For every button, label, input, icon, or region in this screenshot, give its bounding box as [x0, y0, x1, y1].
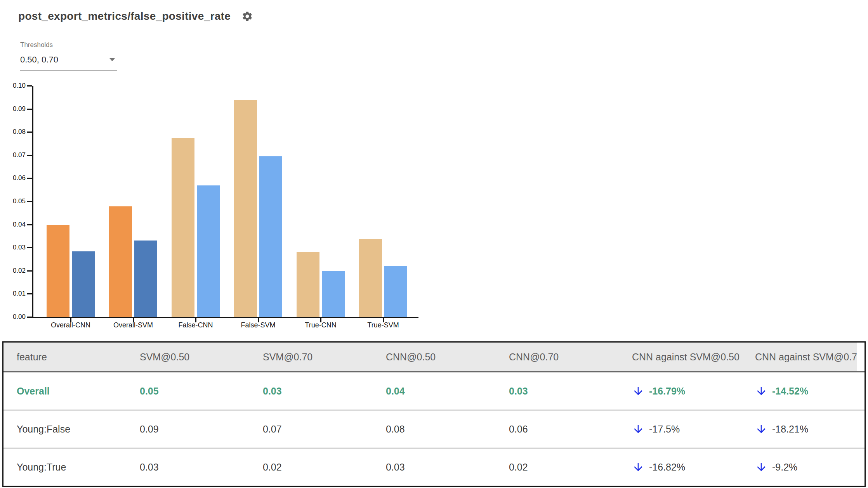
- value-cell: 0.08: [373, 424, 496, 435]
- arrow-down-icon: [755, 423, 767, 435]
- x-axis-tick: [195, 318, 196, 322]
- y-axis-tick: [27, 132, 32, 133]
- settings-gear-icon[interactable]: [241, 10, 253, 22]
- table-row: Young:False0.090.070.080.06-17.5%-18.21%: [3, 410, 865, 448]
- column-header-feature: feature: [3, 351, 127, 363]
- chart-bar-Overall-CNN-threshold-0.70[interactable]: [72, 251, 95, 317]
- chart-bar-Overall-SVM-threshold-0.50[interactable]: [109, 206, 132, 317]
- value-cell: 0.03: [250, 386, 373, 397]
- chart-bar-True-SVM-threshold-0.70[interactable]: [384, 266, 407, 317]
- value-cell: 0.04: [373, 386, 496, 397]
- y-axis-tick-label: 0.04: [0, 220, 26, 229]
- feature-cell: Young:False: [3, 424, 127, 435]
- header-scroll-gap: [857, 343, 865, 371]
- delta-cell: -14.52%: [742, 385, 865, 397]
- column-header-svm-070: SVM@0.70: [250, 351, 373, 363]
- arrow-down-icon: [755, 461, 767, 473]
- chart-bar-False-CNN-threshold-0.70[interactable]: [197, 185, 220, 317]
- y-axis-tick-label: 0.09: [0, 105, 26, 113]
- y-axis-tick-label: 0.07: [0, 151, 26, 159]
- value-cell: 0.03: [127, 462, 250, 473]
- thresholds-label: Thresholds: [20, 41, 117, 49]
- y-axis-tick: [27, 109, 32, 110]
- table-row: Young:True0.030.020.030.02-16.82%-9.2%: [3, 448, 865, 486]
- column-header-cnn-vs-svm-070: CNN against SVM@0.70: [742, 351, 865, 363]
- metric-title: post_export_metrics/false_positive_rate: [18, 10, 231, 22]
- column-header-cnn-050: CNN@0.50: [373, 351, 496, 363]
- metric-widget: post_export_metrics/false_positive_rate …: [0, 0, 868, 488]
- y-axis-tick: [27, 155, 32, 156]
- y-axis-tick: [27, 201, 32, 202]
- x-axis-label: Overall-CNN: [38, 321, 104, 329]
- x-axis-tick: [70, 318, 71, 322]
- y-axis-tick-label: 0.05: [0, 197, 26, 206]
- y-axis-tick: [27, 224, 32, 225]
- dropdown-caret-icon[interactable]: [109, 58, 115, 61]
- column-header-cnn-070: CNN@0.70: [496, 351, 619, 363]
- delta-value: -17.5%: [649, 424, 680, 435]
- y-axis-tick-label: 0.03: [0, 243, 26, 252]
- chart-bar-True-CNN-threshold-0.70[interactable]: [322, 271, 345, 317]
- y-axis-tick-label: 0.08: [0, 128, 26, 136]
- y-axis-tick: [27, 293, 32, 294]
- y-axis-tick-label: 0.02: [0, 266, 26, 275]
- chart-bar-Overall-CNN-threshold-0.50[interactable]: [47, 225, 69, 317]
- value-cell: 0.09: [127, 424, 250, 435]
- chart-bar-False-SVM-threshold-0.50[interactable]: [234, 100, 257, 317]
- feature-cell: Young:True: [3, 462, 127, 473]
- y-axis-tick: [27, 85, 32, 87]
- x-axis-tick: [133, 318, 134, 322]
- delta-value: -14.52%: [772, 386, 808, 397]
- x-axis-label: True-CNN: [288, 321, 354, 329]
- chart-bar-True-CNN-threshold-0.50[interactable]: [297, 252, 319, 317]
- arrow-down-icon: [755, 385, 767, 397]
- y-axis-tick: [27, 317, 32, 318]
- y-axis-tick: [27, 247, 32, 248]
- y-axis-tick-label: 0.01: [0, 289, 26, 298]
- y-axis-tick-label: 0.06: [0, 174, 26, 182]
- value-cell: 0.03: [373, 462, 496, 473]
- arrow-down-icon: [632, 385, 644, 397]
- column-header-svm-050: SVM@0.50: [127, 351, 250, 363]
- thresholds-value[interactable]: 0.50, 0.70: [20, 55, 58, 65]
- arrow-down-icon: [632, 461, 644, 473]
- chart-bar-False-CNN-threshold-0.50[interactable]: [172, 138, 194, 317]
- y-axis-tick: [27, 178, 32, 179]
- value-cell: 0.05: [127, 386, 250, 397]
- delta-cell: -18.21%: [742, 423, 865, 435]
- metrics-table: feature SVM@0.50 SVM@0.70 CNN@0.50 CNN@0…: [2, 341, 866, 487]
- delta-value: -16.82%: [649, 462, 685, 473]
- value-cell: 0.07: [250, 424, 373, 435]
- table-row: Overall0.050.030.040.03-16.79%-14.52%: [3, 372, 865, 410]
- column-header-cnn-vs-svm-050: CNN against SVM@0.50: [619, 351, 742, 363]
- value-cell: 0.06: [496, 424, 619, 435]
- x-axis-label: False-SVM: [225, 321, 291, 329]
- x-axis-tick: [320, 318, 321, 322]
- y-axis-tick-label: 0.10: [0, 81, 26, 90]
- y-axis-tick: [27, 270, 32, 272]
- x-axis-label: True-SVM: [350, 321, 416, 329]
- x-axis-label: False-CNN: [163, 321, 229, 329]
- value-cell: 0.02: [496, 462, 619, 473]
- delta-cell: -17.5%: [619, 423, 742, 435]
- value-cell: 0.03: [496, 386, 619, 397]
- x-axis-tick: [258, 318, 259, 322]
- y-axis-tick-label: 0.00: [0, 313, 26, 321]
- feature-cell: Overall: [3, 386, 127, 397]
- delta-cell: -16.79%: [619, 385, 742, 397]
- delta-cell: -16.82%: [619, 461, 742, 473]
- thresholds-dropdown[interactable]: Thresholds 0.50, 0.70: [20, 41, 117, 71]
- chart-bar-Overall-SVM-threshold-0.70[interactable]: [134, 241, 157, 317]
- delta-cell: -9.2%: [742, 461, 865, 473]
- value-cell: 0.02: [250, 462, 373, 473]
- dropdown-underline: [20, 70, 117, 71]
- arrow-down-icon: [632, 423, 644, 435]
- table-body: Overall0.050.030.040.03-16.79%-14.52%You…: [3, 372, 865, 486]
- delta-value: -9.2%: [772, 462, 797, 473]
- x-axis-line: [32, 317, 418, 318]
- chart-bar-True-SVM-threshold-0.50[interactable]: [359, 239, 382, 317]
- delta-value: -18.21%: [772, 424, 808, 435]
- table-header-row: feature SVM@0.50 SVM@0.70 CNN@0.50 CNN@0…: [3, 343, 865, 372]
- chart-bar-False-SVM-threshold-0.70[interactable]: [259, 156, 282, 317]
- x-axis-tick: [383, 318, 384, 322]
